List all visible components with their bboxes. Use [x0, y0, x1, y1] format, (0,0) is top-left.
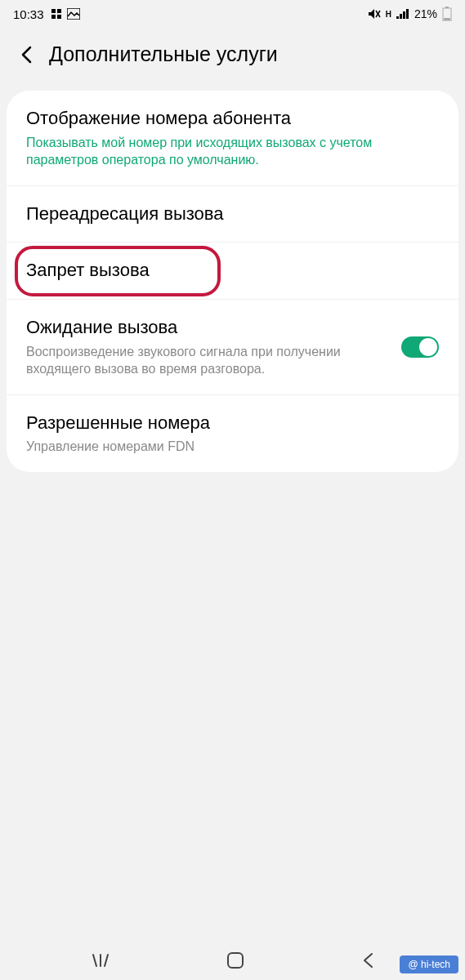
watermark: @ hi-tech	[400, 956, 458, 973]
svg-rect-1	[57, 9, 61, 13]
setting-subtitle: Управление номерами FDN	[26, 438, 439, 456]
setting-title: Переадресация вызова	[26, 203, 439, 226]
recents-button[interactable]	[92, 953, 110, 968]
battery-percent: 21%	[414, 7, 437, 20]
back-icon	[362, 952, 373, 969]
watermark-text: @ hi-tech	[408, 959, 450, 970]
call-waiting-toggle[interactable]	[401, 336, 439, 358]
svg-line-16	[105, 955, 108, 966]
network-type-icon: H	[386, 10, 391, 19]
signal-icon	[396, 9, 409, 19]
status-bar: 10:33 H 21%	[0, 0, 465, 28]
setting-title: Разрешенные номера	[26, 412, 439, 435]
svg-rect-8	[400, 14, 402, 19]
setting-call-waiting[interactable]: Ожидание вызова Воспроизведение звуковог…	[7, 300, 458, 395]
setting-call-barring[interactable]: Запрет вызова	[7, 243, 458, 300]
svg-rect-13	[444, 18, 450, 20]
svg-line-14	[93, 955, 96, 966]
mute-icon	[368, 8, 381, 20]
settings-card: Отображение номера абонента Показывать м…	[7, 91, 458, 472]
apps-icon	[51, 8, 62, 20]
setting-title: Отображение номера абонента	[26, 107, 439, 131]
chevron-left-icon	[20, 46, 32, 64]
svg-rect-9	[403, 11, 405, 19]
back-nav-button[interactable]	[362, 952, 373, 969]
setting-subtitle: Воспроизведение звукового сигнала при по…	[26, 343, 439, 378]
svg-rect-2	[51, 15, 56, 19]
toggle-knob	[419, 338, 437, 356]
navigation-bar	[0, 941, 465, 980]
svg-rect-0	[51, 9, 56, 13]
status-time: 10:33	[13, 7, 44, 21]
app-header: Дополнительные услуги	[0, 28, 465, 91]
home-icon	[226, 951, 244, 969]
setting-title: Запрет вызова	[26, 259, 439, 283]
setting-caller-id[interactable]: Отображение номера абонента Показывать м…	[7, 91, 458, 186]
image-icon	[67, 8, 80, 20]
setting-fixed-dialing[interactable]: Разрешенные номера Управление номерами F…	[7, 395, 458, 472]
setting-title: Ожидание вызова	[26, 316, 439, 340]
back-button[interactable]	[16, 45, 36, 65]
svg-rect-7	[396, 16, 399, 19]
page-title: Дополнительные услуги	[49, 42, 278, 66]
setting-subtitle: Показывать мой номер при исходящих вызов…	[26, 134, 439, 169]
svg-rect-10	[406, 9, 409, 19]
recents-icon	[92, 953, 110, 968]
setting-call-forwarding[interactable]: Переадресация вызова	[7, 186, 458, 243]
home-button[interactable]	[226, 951, 244, 969]
svg-rect-3	[57, 15, 61, 19]
battery-icon	[442, 7, 452, 21]
svg-rect-17	[228, 953, 243, 968]
